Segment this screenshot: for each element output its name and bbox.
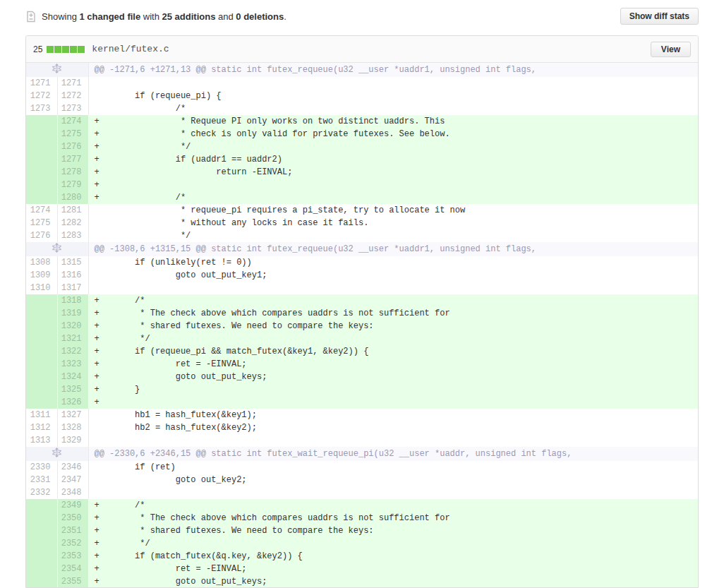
hunk-header: @@ -1271,6 +1271,13 @@ static int futex_… bbox=[88, 63, 698, 77]
new-line-number[interactable]: 1281 bbox=[57, 204, 88, 217]
old-line-number[interactable]: 1273 bbox=[26, 102, 57, 115]
old-line-number[interactable]: 1309 bbox=[26, 269, 57, 282]
new-line-number[interactable]: 2354 bbox=[57, 563, 88, 575]
code-line: + */ bbox=[88, 332, 698, 345]
old-line-number[interactable] bbox=[26, 358, 57, 371]
show-diff-stats-button[interactable]: Show diff stats bbox=[620, 8, 699, 25]
new-line-number[interactable]: 1276 bbox=[57, 140, 88, 153]
diff-summary-bar: Showing 1 changed file with 25 additions… bbox=[25, 7, 699, 25]
new-line-number[interactable]: 1271 bbox=[57, 77, 88, 90]
code-line: + * Requeue PI only works on two distinc… bbox=[88, 115, 698, 128]
new-line-number[interactable]: 1318 bbox=[57, 294, 88, 307]
old-line-number[interactable]: 2331 bbox=[26, 474, 57, 486]
old-line-number[interactable] bbox=[26, 153, 57, 166]
old-line-number[interactable]: 1313 bbox=[26, 434, 57, 447]
old-line-number[interactable]: 1275 bbox=[26, 217, 57, 229]
old-line-number[interactable] bbox=[26, 332, 57, 345]
diff-table: @@ -1271,6 +1271,13 @@ static int futex_… bbox=[26, 63, 698, 588]
new-line-number[interactable]: 1278 bbox=[57, 166, 88, 179]
old-line-number[interactable] bbox=[26, 179, 57, 191]
new-line-number[interactable]: 1326 bbox=[57, 396, 88, 409]
old-line-number[interactable] bbox=[26, 128, 57, 140]
old-line-number[interactable]: 1272 bbox=[26, 90, 57, 102]
new-line-number[interactable]: 1315 bbox=[57, 256, 88, 269]
new-line-number[interactable]: 2352 bbox=[57, 537, 88, 550]
new-line-number[interactable]: 1327 bbox=[57, 409, 88, 421]
old-line-number[interactable] bbox=[26, 371, 57, 383]
old-line-number[interactable] bbox=[26, 575, 57, 588]
old-line-number[interactable]: 1311 bbox=[26, 409, 57, 421]
old-line-number[interactable]: 1310 bbox=[26, 282, 57, 294]
new-line-number[interactable]: 2355 bbox=[57, 575, 88, 588]
new-line-number[interactable]: 1273 bbox=[57, 102, 88, 115]
new-line-number[interactable]: 1329 bbox=[57, 434, 88, 447]
new-line-number[interactable]: 1272 bbox=[57, 90, 88, 102]
old-line-number[interactable] bbox=[26, 563, 57, 575]
old-line-number[interactable] bbox=[26, 396, 57, 409]
expand-hunk-cell[interactable] bbox=[26, 447, 88, 461]
added-line-row: 1326+ bbox=[26, 396, 698, 409]
old-line-number[interactable] bbox=[26, 383, 57, 396]
new-line-number[interactable]: 2353 bbox=[57, 550, 88, 563]
old-line-number[interactable]: 1274 bbox=[26, 204, 57, 217]
new-line-number[interactable]: 1322 bbox=[57, 345, 88, 358]
expand-hunk-cell[interactable] bbox=[26, 242, 88, 256]
new-line-number[interactable]: 1317 bbox=[57, 282, 88, 294]
old-line-number[interactable] bbox=[26, 345, 57, 358]
old-line-number[interactable] bbox=[26, 524, 57, 537]
old-line-number[interactable] bbox=[26, 307, 57, 320]
old-line-number[interactable]: 2332 bbox=[26, 486, 57, 499]
summary-prefix: Showing bbox=[42, 11, 79, 22]
summary-period: . bbox=[284, 11, 286, 22]
file-name-link[interactable]: kernel/futex.c bbox=[92, 44, 169, 54]
old-line-number[interactable] bbox=[26, 191, 57, 204]
new-line-number[interactable]: 1325 bbox=[57, 383, 88, 396]
hunk-header: @@ -1308,6 +1315,15 @@ static int futex_… bbox=[88, 242, 698, 256]
old-line-number[interactable] bbox=[26, 166, 57, 179]
new-line-number[interactable]: 1319 bbox=[57, 307, 88, 320]
new-line-number[interactable]: 2348 bbox=[57, 486, 88, 499]
old-line-number[interactable] bbox=[26, 294, 57, 307]
new-line-number[interactable]: 1328 bbox=[57, 421, 88, 434]
new-line-number[interactable]: 1323 bbox=[57, 358, 88, 371]
old-line-number[interactable]: 1276 bbox=[26, 229, 57, 242]
new-line-number[interactable]: 1320 bbox=[57, 320, 88, 332]
code-line: + bbox=[88, 179, 698, 191]
new-line-number[interactable]: 1321 bbox=[57, 332, 88, 345]
new-line-number[interactable]: 1275 bbox=[57, 128, 88, 140]
old-line-number[interactable] bbox=[26, 140, 57, 153]
old-line-number[interactable] bbox=[26, 115, 57, 128]
new-line-number[interactable]: 2346 bbox=[57, 461, 88, 474]
context-line-row: 13111327 hb1 = hash_futex(&key1); bbox=[26, 409, 698, 421]
new-line-number[interactable]: 2351 bbox=[57, 524, 88, 537]
old-line-number[interactable]: 1271 bbox=[26, 77, 57, 90]
added-line-row: 2350+ * The check above which compares u… bbox=[26, 512, 698, 524]
new-line-number[interactable]: 1274 bbox=[57, 115, 88, 128]
old-line-number[interactable] bbox=[26, 512, 57, 524]
context-line-row: 12751282 * without any locks in case it … bbox=[26, 217, 698, 229]
old-line-number[interactable] bbox=[26, 550, 57, 563]
new-line-number[interactable]: 1277 bbox=[57, 153, 88, 166]
old-line-number[interactable]: 2330 bbox=[26, 461, 57, 474]
new-line-number[interactable]: 1283 bbox=[57, 229, 88, 242]
old-line-number[interactable] bbox=[26, 499, 57, 512]
hunk-header: @@ -2330,6 +2346,15 @@ static int futex_… bbox=[88, 447, 698, 461]
old-line-number[interactable]: 1308 bbox=[26, 256, 57, 269]
new-line-number[interactable]: 1316 bbox=[57, 269, 88, 282]
new-line-number[interactable]: 1324 bbox=[57, 371, 88, 383]
context-line-row: 23302346 if (ret) bbox=[26, 461, 698, 474]
old-line-number[interactable]: 1312 bbox=[26, 421, 57, 434]
new-line-number[interactable]: 2347 bbox=[57, 474, 88, 486]
expand-hunk-cell[interactable] bbox=[26, 63, 88, 77]
new-line-number[interactable]: 1279 bbox=[57, 179, 88, 191]
code-line: + if (uaddr1 == uaddr2) bbox=[88, 153, 698, 166]
new-line-number[interactable]: 1282 bbox=[57, 217, 88, 229]
new-line-number[interactable]: 2349 bbox=[57, 499, 88, 512]
old-line-number[interactable] bbox=[26, 320, 57, 332]
new-line-number[interactable]: 2350 bbox=[57, 512, 88, 524]
new-line-number[interactable]: 1280 bbox=[57, 191, 88, 204]
code-line: + /* bbox=[88, 294, 698, 307]
added-line-row: 1277+ if (uaddr1 == uaddr2) bbox=[26, 153, 698, 166]
view-file-button[interactable]: View bbox=[651, 42, 691, 57]
old-line-number[interactable] bbox=[26, 537, 57, 550]
